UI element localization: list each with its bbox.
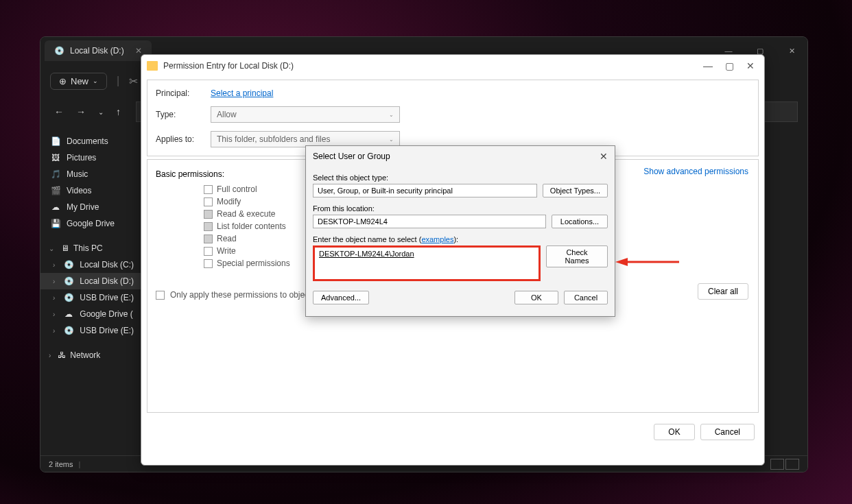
applies-to-label: Applies to: xyxy=(156,134,211,144)
chevron-down-icon: ⌄ xyxy=(46,245,57,252)
item-count: 2 items xyxy=(49,460,73,468)
cancel-button[interactable]: Cancel xyxy=(564,291,608,304)
advanced-button[interactable]: Advanced... xyxy=(313,291,369,304)
up-button[interactable]: ↑ xyxy=(112,104,125,120)
forward-button[interactable]: → xyxy=(72,104,90,120)
sidebar-item-label: Local Disk (D:) xyxy=(80,276,134,286)
disk-icon: 💿 xyxy=(63,260,74,269)
explorer-tab[interactable]: 💿 Local Disk (D:) ✕ xyxy=(45,40,152,61)
back-button[interactable]: ← xyxy=(50,104,68,120)
close-button[interactable]: ✕ xyxy=(746,60,755,71)
dialog-title: Permission Entry for Local Disk (D:) xyxy=(163,61,294,71)
large-icons-view-icon[interactable] xyxy=(785,459,799,470)
music-icon: 🎵 xyxy=(50,169,61,179)
checkbox-icon xyxy=(204,259,213,268)
maximize-button[interactable]: ▢ xyxy=(725,60,734,71)
select-principal-link[interactable]: Select a principal xyxy=(211,88,273,98)
disk-icon: 💿 xyxy=(63,326,74,335)
chevron-right-icon: › xyxy=(50,278,58,285)
sidebar-item-label: This PC xyxy=(73,243,103,253)
chevron-right-icon: › xyxy=(46,352,54,359)
perm-label: List folder contents xyxy=(217,221,286,231)
sidebar-item-label: USB Drive (E:) xyxy=(80,326,134,335)
chevron-right-icon: › xyxy=(50,327,58,335)
sidebar-item-label: My Drive xyxy=(67,202,99,212)
sidebar-item-label: Music xyxy=(67,169,88,179)
object-name-textarea[interactable]: DESKTOP-LM924L4\Jordan xyxy=(313,245,541,281)
perm-label: Read xyxy=(217,234,237,243)
checkbox-icon xyxy=(204,235,213,243)
ok-button[interactable]: OK xyxy=(514,291,558,304)
disk-icon: 💿 xyxy=(54,46,64,56)
select-user-group-dialog: Select User or Group ✕ Select this objec… xyxy=(305,145,615,317)
object-name-value: DESKTOP-LM924L4\Jordan xyxy=(319,250,414,258)
examples-link[interactable]: examples xyxy=(421,235,453,243)
check-names-button[interactable]: Check Names xyxy=(546,245,608,267)
checkbox-icon xyxy=(204,210,213,219)
perm-label: Read & execute xyxy=(217,209,275,219)
name-label-prefix: Enter the object name to select ( xyxy=(313,235,421,243)
perm-label: Modify xyxy=(217,197,241,206)
dropdown-value: This folder, subfolders and files xyxy=(217,134,330,144)
name-label: Enter the object name to select (example… xyxy=(313,235,608,243)
dialog-titlebar: Permission Entry for Local Disk (D:) — ▢… xyxy=(141,55,764,77)
view-toggle xyxy=(770,459,799,470)
sidebar-item-label: Documents xyxy=(67,136,108,146)
pc-icon: 🖥 xyxy=(61,243,69,253)
cloud-icon: ☁ xyxy=(50,202,61,212)
select-dialog-title: Select User or Group xyxy=(313,152,390,161)
checkbox-icon xyxy=(204,197,213,206)
chevron-down-icon: ⌄ xyxy=(93,77,98,84)
chevron-right-icon: › xyxy=(50,261,58,269)
checkbox-icon xyxy=(204,185,213,194)
object-type-label: Select this object type: xyxy=(313,173,608,182)
tab-title: Local Disk (D:) xyxy=(70,46,124,56)
sidebar-item-label: Videos xyxy=(67,186,91,195)
cancel-button[interactable]: Cancel xyxy=(700,424,755,440)
location-label: From this location: xyxy=(313,204,608,213)
drive-icon: 💾 xyxy=(50,219,61,228)
type-dropdown[interactable]: Allow⌄ xyxy=(211,106,400,123)
plus-icon: ⊕ xyxy=(59,76,67,86)
perm-label: Full control xyxy=(217,184,257,194)
videos-icon: 🎬 xyxy=(50,186,61,195)
new-button[interactable]: ⊕ New ⌄ xyxy=(50,73,107,90)
drive-icon: ☁ xyxy=(63,309,74,319)
sidebar-item-label: Google Drive xyxy=(67,219,115,228)
disk-icon: 💿 xyxy=(63,293,74,302)
close-button[interactable]: ✕ xyxy=(600,151,608,162)
principal-label: Principal: xyxy=(156,88,211,98)
close-button[interactable]: ✕ xyxy=(776,40,807,62)
select-dialog-titlebar: Select User or Group ✕ xyxy=(306,146,615,167)
object-type-input[interactable]: User, Group, or Built-in security princi… xyxy=(313,184,537,197)
document-icon: 📄 xyxy=(50,136,61,146)
dialog-footer: OK Cancel xyxy=(141,418,764,446)
perm-label: Special permissions xyxy=(217,259,290,268)
locations-button[interactable]: Locations... xyxy=(552,215,608,228)
name-label-suffix: ): xyxy=(453,235,458,243)
close-icon[interactable]: ✕ xyxy=(135,46,142,56)
ok-button[interactable]: OK xyxy=(654,424,694,440)
location-input[interactable]: DESKTOP-LM924L4 xyxy=(313,215,546,228)
chevron-down-icon: ⌄ xyxy=(389,136,394,143)
details-view-icon[interactable] xyxy=(770,459,784,470)
folder-icon xyxy=(147,61,158,71)
checkbox-icon xyxy=(204,247,213,256)
sidebar-item-label: Local Disk (C:) xyxy=(80,260,134,269)
type-label: Type: xyxy=(156,110,211,119)
cut-icon[interactable]: ✂ xyxy=(129,75,138,88)
perm-label: Write xyxy=(217,246,236,256)
chevron-right-icon: › xyxy=(50,311,58,318)
select-dialog-body: Select this object type: User, Group, or… xyxy=(306,167,615,285)
object-types-button[interactable]: Object Types... xyxy=(543,184,608,197)
checkbox-icon xyxy=(156,291,165,300)
dropdown-value: Allow xyxy=(217,110,237,119)
show-advanced-link[interactable]: Show advanced permissions xyxy=(643,167,748,176)
up-arrow-icon[interactable]: ⌄ xyxy=(94,106,108,119)
sidebar-item-label: USB Drive (E:) xyxy=(80,293,134,302)
clear-all-button[interactable]: Clear all xyxy=(698,283,748,300)
minimize-button[interactable]: — xyxy=(703,60,713,71)
checkbox-icon xyxy=(204,222,213,231)
sidebar-item-label: Google Drive ( xyxy=(80,309,132,319)
chevron-right-icon: › xyxy=(50,294,58,302)
